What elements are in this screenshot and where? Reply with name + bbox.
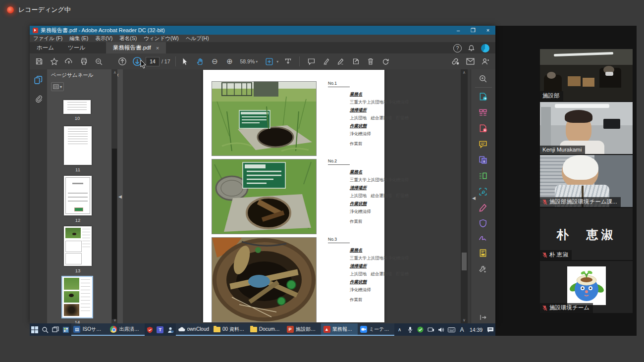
tray-ime-mode[interactable]: A [457,326,467,333]
share-with-others-button[interactable] [478,55,492,68]
taskbar-app-chrome[interactable]: 出席済み出... [108,323,145,336]
tray-clock[interactable]: 14:39 [467,327,485,333]
doc-scrollbar-thumb[interactable] [462,253,467,270]
search-tools-icon[interactable] [478,73,488,84]
tray-device-icon[interactable] [426,327,436,332]
zoom-dropdown-icon[interactable]: ▾ [256,59,258,64]
print-button[interactable] [76,55,91,68]
search-button[interactable] [91,55,106,68]
attachments-icon[interactable] [34,94,43,105]
start-button[interactable] [30,323,40,336]
document-area[interactable]: No.1 業務名 三重大学上浜団地等浄化槽清掃 清掃場所 上浜団地 総合運動場 … [123,69,471,323]
thumbnail-page-14-selected[interactable] [62,277,92,317]
page-thumbnails-icon[interactable] [34,75,43,87]
taskbar-app-iso-survey[interactable]: ▤ ISOサーベイ... [71,323,108,336]
tab-home[interactable]: ホーム [30,42,61,53]
fit-dropdown-icon[interactable]: ▾ [276,59,278,64]
taskbar-app-folder-shiryo[interactable]: 00 資料など [211,323,248,336]
thumbnails-scrollbar[interactable]: ∧ ∨ [111,69,117,323]
tab-tools[interactable]: ツール [61,42,92,53]
participant-tile-park[interactable]: 朴 恵淑 朴 恵淑 [540,208,633,260]
taskbar-app-folder-documents[interactable]: Documents... [248,323,284,336]
edit-pdf-icon[interactable] [478,170,488,181]
scrolling-mode-button[interactable] [280,55,295,68]
thumbnail-page-12[interactable] [64,176,92,215]
share-cloud-button[interactable] [61,55,76,68]
user-avatar[interactable] [481,44,489,52]
email-button[interactable] [463,55,478,68]
organize-pages-icon[interactable] [478,107,488,118]
tools-panel-collapse-handle[interactable]: ◀ [472,196,476,201]
tray-microphone-icon[interactable] [405,326,415,333]
fill-sign-icon[interactable] [478,202,488,213]
comment-tool-panel-icon[interactable] [478,139,488,150]
hand-tool-button[interactable] [193,55,208,68]
expand-tools-panel-icon[interactable] [478,312,488,323]
close-button[interactable]: × [481,26,495,35]
taskbar-app-acrobat-active[interactable]: ▲ 業務報告書... [321,323,358,336]
doc-scroll-down-icon[interactable]: ∨ [461,318,468,322]
taskbar-app-zoom-meeting[interactable]: ミーティングコ... [358,323,394,336]
participant-tile-team[interactable]: 施設環境チーム [540,261,633,313]
tab-close-icon[interactable]: × [156,45,159,51]
star-button[interactable] [47,55,61,68]
document-scrollbar[interactable]: ∧ ∨ [461,69,468,323]
share-link-button[interactable] [448,55,463,68]
more-tools-icon[interactable] [478,263,488,274]
zoom-level-value[interactable]: 58.9% [240,58,255,64]
menu-view[interactable]: 表示(V) [92,35,116,42]
taskbar-app-powerpoint[interactable]: P 施設部環境... [284,323,321,336]
tray-hidden-icons-chevron[interactable]: ∧ [394,327,405,332]
taskbar-app-person-icon[interactable] [165,323,176,336]
participant-tile-team-leader[interactable]: 施設部施設環境チーム課... [540,155,633,207]
rotate-tool-button[interactable] [378,55,393,68]
thumbnail-page-10[interactable] [63,100,91,114]
tray-volume-icon[interactable] [436,327,446,333]
doc-scroll-up-icon[interactable]: ∧ [461,70,468,75]
thumbnail-page-11[interactable] [64,126,92,165]
fit-page-button[interactable] [262,55,276,68]
thumbnails-collapse-handle[interactable]: ◀ [118,194,122,199]
sign-tool-button[interactable] [333,55,348,68]
menu-help[interactable]: ヘルプ(H) [182,35,213,42]
save-button[interactable] [32,55,47,68]
task-view-icon[interactable] [51,323,61,336]
comment-tool-button[interactable] [304,55,319,68]
highlight-tool-button[interactable] [319,55,333,68]
menu-window[interactable]: ウィンドウ(W) [140,35,182,42]
thumbnails-options-button[interactable]: ▾ [51,82,64,91]
participant-tile-murakami[interactable]: Kenji Murakami [540,102,633,154]
protect-icon[interactable] [478,218,488,229]
stamp-tool-button[interactable] [348,55,363,68]
tray-sync-ok-icon[interactable] [415,326,426,333]
export-pdf-icon[interactable] [478,91,488,102]
restore-button[interactable]: ❐ [466,26,481,35]
title-bar[interactable]: 業務報告書.pdf - Adobe Acrobat Reader DC (32-… [30,26,495,35]
create-pdf-icon[interactable] [478,123,488,134]
zoom-in-button[interactable]: ⊕ [222,55,237,68]
delete-tool-button[interactable] [363,55,378,68]
request-signatures-icon[interactable] [478,248,488,259]
minimize-button[interactable]: – [451,26,466,35]
tray-notifications-icon[interactable] [485,327,495,333]
thumbnails-scroll-down-icon[interactable]: ∨ [111,318,118,322]
notifications-bell-icon[interactable] [468,45,475,52]
compress-pdf-icon[interactable] [478,186,488,197]
thumbnail-page-13[interactable] [64,226,92,266]
menu-edit[interactable]: 編集 (E) [66,35,92,42]
participant-tile-shisetsubu[interactable]: 施設部 [540,49,633,101]
taskbar-app-teams-icon[interactable]: T [155,323,165,336]
menu-sign[interactable]: 署名(S) [116,35,140,42]
tray-keyboard-icon[interactable] [446,327,457,332]
taskbar-app-security-shield-icon[interactable] [145,323,155,336]
zoom-out-button[interactable]: ⊖ [208,55,222,68]
taskbar-search-icon[interactable] [40,323,51,336]
taskbar-app-owncloud[interactable]: ownCloud [176,323,211,336]
page-number-input[interactable]: 14 [146,57,160,66]
help-icon[interactable]: ? [453,44,462,52]
previous-page-button[interactable] [115,55,130,68]
thumbnails-scroll-up-icon[interactable]: ∧ [111,70,118,75]
certificates-icon[interactable] [478,233,488,244]
menu-file[interactable]: ファイル (F) [30,35,66,42]
pinned-grid-app-icon[interactable] [61,323,71,336]
